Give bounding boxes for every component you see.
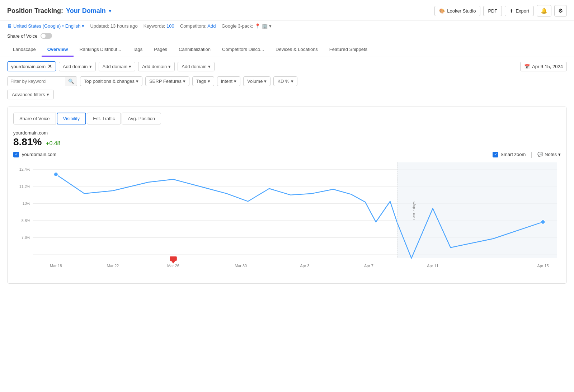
chart-container: Share of Voice Visibility Est. Traffic A… — [7, 107, 567, 284]
notification-button[interactable]: 🔔 — [537, 5, 551, 16]
chart-svg: 12.4% 11.2% 10% 8.8% 7.6% Last 7 days Ma… — [13, 162, 561, 277]
add-domain-4-button[interactable]: Add domain ▾ — [178, 62, 214, 71]
tab-devices-locations[interactable]: Devices & Locations — [270, 43, 324, 57]
tab-featured-snippets[interactable]: Featured Snippets — [324, 43, 373, 57]
intent-chevron-icon: ▾ — [234, 79, 236, 84]
keyword-search-wrap: 🔍 — [7, 76, 77, 86]
chart-value: 8.81% — [13, 136, 42, 148]
keywords-label: Keywords: 100 — [144, 23, 174, 29]
domain-chevron-icon[interactable]: ▾ — [109, 8, 111, 14]
legend-right: ✓ Smart zoom | 💬 Notes ▾ — [493, 151, 561, 158]
svg-point-14 — [541, 220, 545, 224]
smart-zoom-label: Smart zoom — [500, 152, 526, 157]
google-pack-chevron-icon[interactable]: ▾ — [269, 23, 272, 29]
serp-features-button[interactable]: SERP Features ▾ — [145, 76, 189, 86]
notes-button[interactable]: 💬 Notes ▾ — [537, 152, 561, 157]
looker-icon: 🎨 — [439, 8, 445, 14]
add-domain-1-chevron-icon: ▾ — [89, 64, 92, 69]
competitors-label: Competitors: Add — [180, 23, 216, 29]
add-domain-3-button[interactable]: Add domain ▾ — [138, 62, 175, 71]
remove-domain-button[interactable]: ✕ — [48, 63, 52, 69]
settings-button[interactable]: ⚙ — [554, 5, 567, 16]
domain-name[interactable]: Your Domain — [66, 7, 106, 15]
svg-text:10%: 10% — [23, 201, 30, 206]
tab-competitors[interactable]: Competitors Disco... — [216, 43, 270, 57]
looker-studio-button[interactable]: 🎨 Looker Studio — [434, 6, 480, 16]
tab-pages[interactable]: Pages — [148, 43, 173, 57]
tab-landscape[interactable]: Landscape — [7, 43, 42, 57]
smart-zoom-wrap: ✓ Smart zoom — [493, 152, 526, 157]
pdf-button[interactable]: PDF — [483, 6, 502, 16]
export-icon: ⬆ — [509, 8, 513, 14]
tags-button[interactable]: Tags ▾ — [192, 76, 214, 86]
chart-change: +0.48 — [46, 140, 60, 146]
kd-chevron-icon: ▾ — [291, 79, 293, 84]
tab-tags[interactable]: Tags — [127, 43, 148, 57]
add-domain-3-chevron-icon: ▾ — [168, 64, 171, 69]
notes-icon: 💬 — [537, 152, 543, 157]
language-chevron-icon: ▾ — [82, 23, 84, 29]
updated-text: Updated: 13 hours ago — [90, 23, 137, 29]
chart-metric: yourdomain.com 8.81% +0.48 — [13, 130, 561, 148]
chart-legend: ✓ yourdomain.com ✓ Smart zoom | 💬 Notes … — [13, 151, 561, 158]
svg-text:12.4%: 12.4% — [19, 167, 30, 171]
svg-text:7.6%: 7.6% — [22, 235, 30, 240]
search-input[interactable] — [8, 77, 65, 86]
chart-tab-est-traffic[interactable]: Est. Traffic — [87, 113, 121, 124]
share-of-voice-label: Share of Voice — [7, 33, 38, 39]
nav-tabs: Landscape Overview Rankings Distribut...… — [0, 43, 574, 57]
competitors-add[interactable]: Add — [207, 23, 216, 29]
chart-tab-visibility[interactable]: Visibility — [57, 113, 86, 124]
svg-text:Mar 26: Mar 26 — [167, 264, 179, 268]
header-title-group: Position Tracking: Your Domain ▾ — [7, 7, 111, 15]
domain-tag: yourdomain.com ✕ — [7, 61, 56, 71]
notes-chevron-icon: ▾ — [558, 152, 561, 157]
svg-text:Mar 30: Mar 30 — [235, 264, 247, 268]
calendar-icon: 📅 — [524, 64, 530, 69]
volume-button[interactable]: Volume ▾ — [243, 76, 270, 86]
advanced-row: Advanced filters ▾ — [0, 88, 574, 103]
chart-tab-avg-position[interactable]: Avg. Position — [122, 113, 161, 124]
filters-row-1: yourdomain.com ✕ Add domain ▾ Add domain… — [0, 57, 574, 74]
building-icon: 🏢 — [262, 23, 268, 29]
date-range-button[interactable]: 📅 Apr 9-15, 2024 — [520, 62, 567, 71]
share-of-voice-toggle[interactable] — [41, 33, 52, 39]
add-domain-1-button[interactable]: Add domain ▾ — [59, 62, 95, 71]
tab-rankings[interactable]: Rankings Distribut... — [74, 43, 127, 57]
svg-text:Apr 15: Apr 15 — [537, 264, 549, 268]
advanced-chevron-icon: ▾ — [47, 92, 49, 97]
top-positions-button[interactable]: Top positions & changes ▾ — [80, 76, 142, 86]
share-of-voice-row: Share of Voice — [0, 32, 574, 42]
tags-chevron-icon: ▾ — [208, 79, 210, 84]
volume-chevron-icon: ▾ — [264, 79, 267, 84]
toggle-knob — [41, 34, 46, 38]
top-positions-chevron-icon: ▾ — [136, 79, 138, 84]
monitor-icon: 🖥 — [7, 23, 12, 29]
filters-row-2: 🔍 Top positions & changes ▾ SERP Feature… — [0, 74, 574, 88]
legend-label: yourdomain.com — [22, 152, 56, 157]
intent-button[interactable]: Intent ▾ — [217, 76, 241, 86]
svg-text:Last 7 days: Last 7 days — [412, 202, 416, 220]
svg-rect-11 — [397, 162, 557, 258]
legend-left: ✓ yourdomain.com — [13, 152, 56, 157]
tab-cannibalization[interactable]: Cannibalization — [173, 43, 216, 57]
kd-button[interactable]: KD % ▾ — [273, 76, 297, 86]
serp-features-chevron-icon: ▾ — [183, 79, 185, 84]
legend-checkbox[interactable]: ✓ — [13, 152, 19, 157]
svg-text:11.2%: 11.2% — [19, 184, 30, 189]
search-icon[interactable]: 🔍 — [65, 77, 77, 86]
svg-text:Apr 3: Apr 3 — [300, 264, 310, 268]
chart-tab-share-of-voice[interactable]: Share of Voice — [13, 113, 56, 124]
keywords-count[interactable]: 100 — [166, 23, 174, 29]
export-button[interactable]: ⬆ Export — [505, 6, 534, 16]
advanced-filters-button[interactable]: Advanced filters ▾ — [7, 90, 54, 99]
tab-overview[interactable]: Overview — [42, 43, 74, 57]
domain-tag-text: yourdomain.com — [11, 64, 46, 69]
header-actions: 🎨 Looker Studio PDF ⬆ Export 🔔 ⚙ — [434, 5, 567, 16]
location-button[interactable]: 🖥 United States (Google) • English ▾ — [7, 23, 84, 29]
smart-zoom-checkbox[interactable]: ✓ — [493, 152, 498, 157]
svg-text:Apr 7: Apr 7 — [364, 264, 373, 268]
google-pack-label: Google 3-pack: 📍 🏢 ▾ — [222, 23, 272, 29]
add-domain-2-button[interactable]: Add domain ▾ — [99, 62, 135, 71]
chart-svg-wrap: 12.4% 11.2% 10% 8.8% 7.6% Last 7 days Ma… — [13, 162, 561, 278]
